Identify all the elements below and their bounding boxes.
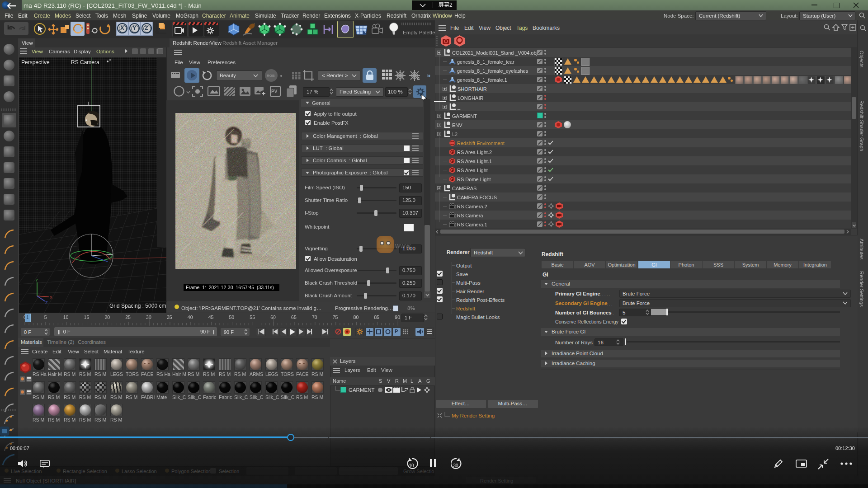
svg-text:30: 30 <box>453 463 459 468</box>
svg-text:Y: Y <box>35 278 38 282</box>
svg-text:10: 10 <box>409 463 415 468</box>
svg-text:X: X <box>50 295 52 300</box>
svg-text:Z: Z <box>45 300 48 305</box>
